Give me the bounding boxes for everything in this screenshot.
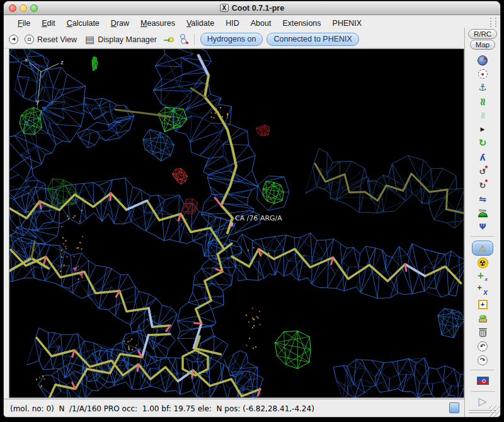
reset-view-button[interactable]: Reset View: [23, 34, 79, 45]
fixed-atoms-icon[interactable]: ⚓: [478, 81, 486, 94]
flip-peptide-icon[interactable]: ⇋: [479, 192, 486, 205]
regularize-zone-icon[interactable]: ≈: [479, 109, 487, 122]
reset-view-label: Reset View: [37, 35, 77, 44]
redo-icon[interactable]: ↷: [478, 353, 488, 367]
x11-icon: X: [220, 4, 229, 12]
undo-icon[interactable]: ↶: [478, 339, 488, 353]
auto-fit-rotamer-icon[interactable]: ↺: [479, 164, 486, 178]
side-chain-180-icon[interactable]: Side: [478, 206, 488, 219]
main-toolbar: ◀ Reset View ▤ Display Manager → Hydroge…: [4, 31, 461, 48]
go-to-ligand-button[interactable]: [178, 34, 188, 45]
menu-bar: FileEditCalculateDrawMeasuresValidateHID…: [4, 15, 500, 31]
menu-item-phenix[interactable]: PHENIX: [328, 18, 367, 29]
menu-item-measures[interactable]: Measures: [135, 18, 180, 29]
reset-view-icon: [25, 35, 34, 44]
menu-item-draw[interactable]: Draw: [106, 18, 134, 29]
delete-item-icon[interactable]: [479, 326, 487, 339]
rrc-button[interactable]: R/RC: [468, 29, 497, 39]
display-manager-label: Display Manager: [98, 35, 157, 44]
flag-icon[interactable]: [477, 374, 489, 388]
menu-item-edit[interactable]: Edit: [37, 18, 60, 29]
window-title: X Coot 0.7.1-pre: [4, 1, 500, 14]
map-button[interactable]: Map: [470, 40, 495, 50]
place-atom-icon[interactable]: +x: [477, 284, 488, 297]
menu-item-calculate[interactable]: Calculate: [62, 18, 105, 29]
menubar-grip-handle[interactable]: [490, 18, 496, 27]
rigid-body-fit-icon[interactable]: ▶: [481, 123, 485, 136]
menu-item-validate[interactable]: Validate: [181, 18, 219, 29]
menu-item-file[interactable]: File: [13, 18, 35, 29]
add-alt-conf-icon[interactable]: +x: [477, 270, 488, 283]
status-text: (mol. no: 0) N /1/A/160 PRO occ: 1.00 bf…: [4, 404, 314, 413]
refinement-accept-button[interactable]: ⚠: [472, 240, 493, 256]
app-window: X Coot 0.7.1-pre FileEditCalculateDrawMe…: [4, 1, 500, 417]
add-residue-icon[interactable]: +: [478, 298, 488, 311]
play-icon[interactable]: ▷: [478, 395, 486, 408]
window-resize-grip[interactable]: [489, 406, 500, 417]
modelling-toolbar: R/RC Map ⚓≈≈▶↻ʎ↺↻⇋SideΨ⚠☢+x+x+↶↷▷: [464, 28, 500, 417]
brush-icon[interactable]: [479, 312, 487, 325]
back-arrow-icon: ◀: [12, 37, 15, 42]
refine-here-icon[interactable]: [478, 67, 488, 81]
title-bar[interactable]: X Coot 0.7.1-pre: [4, 1, 500, 15]
scrollbar-thumb[interactable]: [449, 402, 459, 413]
rotate-translate-zone-icon[interactable]: ↻: [479, 137, 487, 150]
radiation-icon[interactable]: ☢: [478, 256, 488, 270]
status-bar: (mol. no: 0) N /1/A/160 PRO occ: 1.00 bf…: [4, 399, 464, 417]
torsion-general-icon[interactable]: ʎ: [479, 151, 485, 164]
real-space-refine-zone-icon[interactable]: ≈: [478, 95, 487, 108]
rotamers-icon[interactable]: ↻: [479, 178, 486, 191]
menu-item-about[interactable]: About: [246, 18, 277, 29]
display-manager-icon: ▤: [85, 35, 94, 45]
gl-canvas-frame: [9, 48, 464, 398]
hydrogens-toggle-button[interactable]: Hydrogens on: [200, 33, 263, 46]
back-view-button[interactable]: ◀: [9, 35, 18, 44]
window-title-text: Coot 0.7.1-pre: [232, 4, 284, 13]
go-to-atom-button[interactable]: →: [163, 35, 174, 44]
sphere-refine-icon[interactable]: [478, 54, 488, 67]
mutate-icon[interactable]: Ψ: [479, 220, 486, 233]
display-manager-button[interactable]: ▤ Display Manager: [83, 34, 159, 45]
molecular-viewport[interactable]: [9, 49, 464, 397]
phenix-status-button[interactable]: Connected to PHENIX: [266, 33, 358, 46]
toolbar-separator: [194, 34, 195, 45]
menu-item-extensions[interactable]: Extensions: [277, 18, 326, 29]
menu-item-hid[interactable]: HID: [220, 18, 244, 29]
